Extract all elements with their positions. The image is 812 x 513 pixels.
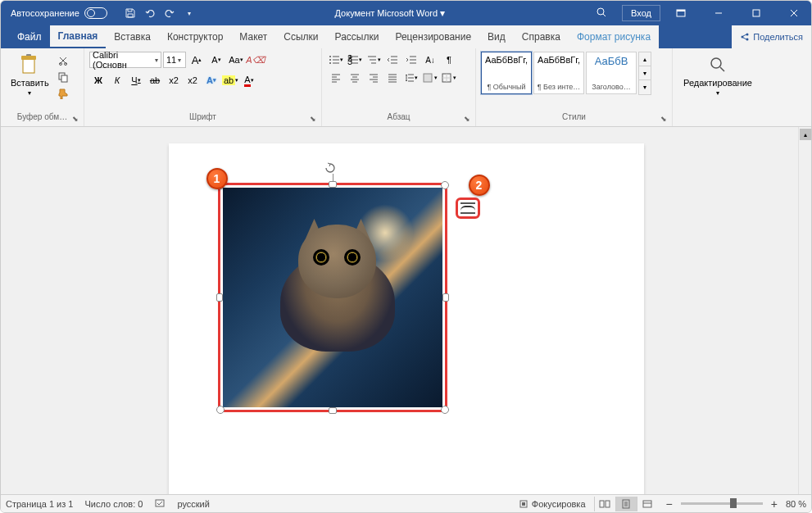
justify-icon[interactable] [383, 70, 401, 86]
font-size-combo[interactable]: 11▾ [163, 52, 186, 68]
zoom-slider[interactable] [681, 502, 763, 505]
tab-picture-format[interactable]: Формат рисунка [569, 25, 659, 48]
tab-layout[interactable]: Макет [231, 25, 275, 48]
resize-handle[interactable] [441, 181, 449, 189]
style-no-spacing[interactable]: АаБбВвГг, ¶ Без инте… [533, 52, 584, 94]
vertical-scrollbar[interactable]: ▴ [798, 127, 811, 494]
proofing-icon[interactable] [154, 497, 166, 511]
tab-references[interactable]: Ссылки [275, 25, 326, 48]
undo-icon[interactable] [143, 7, 157, 20]
chevron-down-icon[interactable]: ▾ [639, 66, 651, 80]
read-mode-icon[interactable] [594, 497, 615, 511]
editing-button[interactable]: Редактирование ▾ [678, 52, 757, 98]
align-right-icon[interactable] [365, 70, 383, 86]
highlight-icon[interactable]: ab▾ [221, 72, 239, 89]
zoom-level[interactable]: 80 % [786, 499, 806, 509]
minimize-icon[interactable] [701, 1, 736, 25]
print-layout-icon[interactable] [615, 497, 637, 511]
svg-point-15 [329, 59, 331, 61]
tab-review[interactable]: Рецензирование [387, 25, 479, 48]
multilevel-icon[interactable]: ▾ [365, 52, 383, 68]
redo-icon[interactable] [163, 7, 176, 20]
autosave-toggle[interactable]: Автосохранение [11, 7, 107, 19]
login-button[interactable]: Вход [622, 5, 660, 21]
paste-button[interactable]: Вставить ▾ [6, 52, 54, 98]
group-font: Calibri (Основн▾ 11▾ A▴ A▾ Aa▾ A⌫ Ж К Ч▾… [84, 48, 322, 126]
strikethrough-button[interactable]: ab [146, 72, 164, 89]
zoom-out-icon[interactable]: − [666, 497, 673, 511]
rotate-handle-icon[interactable] [324, 161, 337, 175]
group-clipboard-label: Буфер обм… [6, 112, 79, 123]
web-layout-icon[interactable] [637, 497, 658, 511]
grow-font-icon[interactable]: A▴ [188, 52, 206, 68]
tab-view[interactable]: Вид [479, 25, 514, 48]
bullets-icon[interactable]: ▾ [327, 52, 345, 68]
styles-scroll[interactable]: ▴ ▾ ▾ [638, 52, 651, 95]
scroll-up-icon[interactable]: ▴ [800, 129, 811, 140]
qat-dropdown-icon[interactable]: ▾ [183, 7, 196, 20]
format-painter-icon[interactable] [56, 86, 70, 101]
zoom-in-icon[interactable]: + [771, 497, 778, 511]
layout-options-button[interactable] [456, 197, 480, 219]
ribbon-mode-icon[interactable] [664, 1, 698, 25]
increase-indent-icon[interactable] [402, 52, 420, 68]
chevron-down-icon: ▾ [28, 89, 31, 97]
font-launcher-icon[interactable]: ⬊ [310, 115, 320, 125]
resize-handle[interactable] [216, 293, 223, 302]
bold-button[interactable]: Ж [89, 72, 107, 89]
italic-button[interactable]: К [108, 72, 126, 89]
search-icon[interactable] [584, 7, 619, 20]
font-name-combo[interactable]: Calibri (Основн▾ [89, 52, 161, 68]
cut-icon[interactable] [56, 53, 70, 68]
paragraph-launcher-icon[interactable]: ⬊ [464, 115, 474, 125]
align-left-icon[interactable] [327, 70, 345, 86]
autosave-label: Автосохранение [11, 8, 79, 18]
group-paragraph: ▾ 123▾ ▾ A↓ ¶ ▾ ▾ ▾ Абзац ⬊ [322, 48, 476, 126]
chevron-up-icon[interactable]: ▴ [639, 52, 651, 66]
decrease-indent-icon[interactable] [383, 52, 401, 68]
close-icon[interactable] [777, 1, 811, 25]
style-normal[interactable]: АаБбВвГг, ¶ Обычный [481, 52, 532, 94]
numbering-icon[interactable]: 123▾ [346, 52, 364, 68]
resize-handle[interactable] [441, 406, 449, 414]
tab-insert[interactable]: Вставка [106, 25, 159, 48]
copy-icon[interactable] [56, 70, 70, 84]
clipboard-launcher-icon[interactable]: ⬊ [72, 115, 82, 125]
resize-handle[interactable] [329, 181, 337, 188]
language-indicator[interactable]: русский [177, 499, 209, 509]
resize-handle[interactable] [329, 407, 337, 414]
shading-icon[interactable]: ▾ [421, 70, 439, 86]
text-effects-icon[interactable]: A▾ [202, 72, 220, 89]
styles-launcher-icon[interactable]: ⬊ [660, 115, 670, 125]
change-case-icon[interactable]: Aa▾ [227, 52, 245, 68]
resize-handle[interactable] [216, 406, 225, 414]
tab-design[interactable]: Конструктор [159, 25, 231, 48]
superscript-button[interactable]: x2 [184, 72, 202, 89]
share-button[interactable]: Поделиться [732, 25, 811, 48]
underline-button[interactable]: Ч▾ [127, 72, 145, 89]
maximize-icon[interactable] [739, 1, 773, 25]
style-heading1[interactable]: АаБбВ Заголово… [586, 52, 637, 94]
line-spacing-icon[interactable]: ▾ [402, 70, 420, 86]
page-indicator[interactable]: Страница 1 из 1 [6, 499, 73, 509]
sort-icon[interactable]: A↓ [421, 52, 439, 68]
group-clipboard: Вставить ▾ Буфер обм… ⬊ [1, 48, 84, 126]
shrink-font-icon[interactable]: A▾ [207, 52, 225, 68]
show-marks-icon[interactable]: ¶ [440, 52, 458, 68]
align-center-icon[interactable] [346, 70, 364, 86]
borders-icon[interactable]: ▾ [440, 70, 458, 86]
resize-handle[interactable] [442, 293, 449, 302]
page[interactable]: 1 2 [169, 143, 644, 494]
tab-home[interactable]: Главная [50, 25, 107, 48]
focus-mode[interactable]: Фокусировка [519, 499, 586, 509]
tab-help[interactable]: Справка [514, 25, 569, 48]
selected-image[interactable] [218, 183, 447, 412]
save-icon[interactable] [124, 7, 137, 20]
font-color-icon[interactable]: A▾ [240, 72, 258, 89]
clear-format-icon[interactable]: A⌫ [247, 52, 265, 68]
styles-more-icon[interactable]: ▾ [639, 80, 651, 94]
tab-file[interactable]: Файл [9, 25, 50, 48]
subscript-button[interactable]: x2 [165, 72, 183, 89]
tab-mailings[interactable]: Рассылки [327, 25, 388, 48]
word-count[interactable]: Число слов: 0 [84, 499, 143, 509]
